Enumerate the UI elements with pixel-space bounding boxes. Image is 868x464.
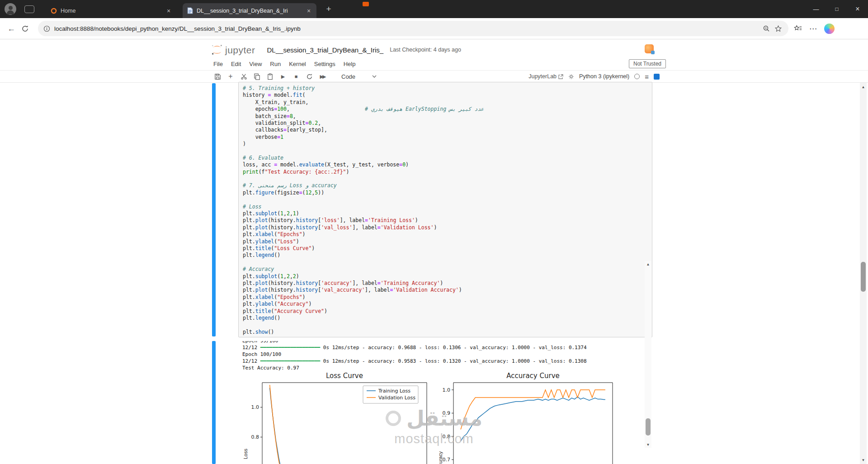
menu-edit[interactable]: Edit — [227, 61, 245, 67]
code-line — [243, 322, 650, 328]
maximize-button[interactable]: □ — [826, 0, 847, 18]
svg-text:0.8: 0.8 — [443, 434, 451, 440]
menu-help[interactable]: Help — [340, 61, 360, 67]
output-line: Epoch 99/100 — [242, 341, 652, 344]
jupyter-logo-icon — [211, 44, 223, 56]
code-line: # 7. رسم منحنى Loss و accuracy — [243, 182, 650, 189]
output-scrollbar[interactable]: ▲ ▼ — [645, 261, 651, 448]
favorite-star-icon[interactable] — [772, 23, 784, 34]
menu-settings[interactable]: Settings — [310, 61, 340, 67]
code-line: plt.ylabel("Loss") — [243, 238, 650, 245]
profile-avatar[interactable] — [5, 3, 16, 15]
back-button[interactable]: ← — [5, 22, 18, 35]
tab-home[interactable]: Home × — [46, 3, 176, 18]
site-info-icon[interactable] — [43, 25, 50, 32]
copilot-icon[interactable] — [824, 24, 835, 34]
scroll-down-icon[interactable]: ▼ — [860, 457, 867, 463]
code-line: plt.plot(history.history['accuracy'], la… — [243, 280, 650, 287]
kernel-status-icon — [634, 74, 640, 79]
trust-badge[interactable]: Not Trusted — [629, 59, 666, 68]
jupyterlab-link[interactable]: JupyterLab — [528, 73, 563, 80]
selected-cell-output-bar[interactable] — [212, 341, 216, 464]
jupyter-logo[interactable]: jupyter — [211, 44, 255, 56]
restart-kernel-button[interactable] — [304, 72, 314, 81]
page-scroll-thumb[interactable] — [861, 262, 866, 292]
more-options-icon[interactable]: ⋯ — [809, 24, 817, 33]
tab-label: Home — [61, 8, 165, 14]
scroll-down-icon[interactable]: ▼ — [645, 441, 651, 448]
code-line: # Loss — [243, 204, 650, 210]
favorites-bar-icon[interactable] — [794, 24, 802, 33]
copy-cell-button[interactable] — [252, 72, 262, 81]
notebook-toolbar: + ▶ ■ ▶▶ Code JupyterLab Python 3 (ipyke… — [0, 71, 868, 83]
code-line: plt.figure(figsize=(12,5)) — [243, 189, 650, 196]
code-line: plt.plot(history.history['val_loss'], la… — [243, 224, 650, 231]
accuracy-curve-chart: Accuracy Curve1.00.90.80.7 — [429, 371, 643, 464]
svg-text:Loss Curve: Loss Curve — [326, 372, 363, 380]
address-bar[interactable]: localhost:8888/notebooks/depi_python_ken… — [38, 21, 788, 36]
menu-kernel[interactable]: Kernel — [285, 61, 310, 67]
cut-cell-button[interactable] — [239, 72, 249, 81]
notification-indicator — [654, 74, 660, 80]
svg-text:Validation Loss: Validation Loss — [378, 395, 415, 401]
svg-text:1.0: 1.0 — [251, 404, 259, 410]
code-line: plt.subplot(1,2,1) — [243, 210, 650, 217]
refresh-button[interactable] — [18, 22, 32, 35]
code-line: loss, acc = model.evaluate(X_test, y_tes… — [243, 161, 650, 168]
jupyter-favicon — [51, 8, 57, 14]
avatar-person-icon — [9, 6, 13, 10]
code-line: plt.xlabel("Epochs") — [243, 231, 650, 238]
save-button[interactable] — [212, 72, 222, 81]
zoom-out-icon[interactable] — [760, 23, 772, 34]
scroll-up-icon[interactable]: ▲ — [860, 84, 867, 90]
add-cell-button[interactable]: + — [226, 72, 236, 81]
code-line: plt.legend() — [243, 252, 650, 259]
tab-close-icon[interactable]: × — [305, 7, 313, 15]
loss-curve-chart: Loss Curve1.00.8Training LossValidation … — [240, 371, 458, 464]
svg-text:Training Loss: Training Loss — [378, 388, 410, 394]
menu-view[interactable]: View — [245, 61, 266, 67]
menu-bar-items: FileEditViewRunKernelSettingsHelp — [209, 61, 359, 67]
new-tab-button[interactable]: + — [323, 3, 335, 15]
browser-titlebar: Home × DL__session_3_trial_DryBean_&_Iri… — [0, 0, 868, 18]
output-scroll-thumb[interactable] — [646, 418, 651, 436]
code-line: callbacks=[early_stop], — [243, 127, 650, 133]
stop-kernel-button[interactable]: ■ — [291, 72, 301, 81]
restart-run-all-button[interactable]: ▶▶ — [317, 72, 327, 81]
code-line: # 5. Training + history — [243, 85, 650, 92]
page-scrollbar[interactable]: ▲ ▼ — [860, 83, 867, 464]
notebook-title[interactable]: DL__session_3_trial_DryBean_&_Iris_ — [267, 46, 384, 54]
scroll-up-icon[interactable]: ▲ — [645, 261, 651, 267]
recording-indicator — [363, 2, 369, 6]
cell-type-dropdown[interactable]: Code — [341, 73, 377, 80]
kernel-menu-icon[interactable]: ≡ — [645, 73, 649, 80]
code-editor[interactable]: # 5. Training + historyhistory = model.f… — [238, 82, 652, 337]
tab-close-icon[interactable]: × — [165, 7, 173, 15]
selected-cell-bar[interactable] — [212, 83, 216, 336]
run-cell-button[interactable]: ▶ — [278, 72, 288, 81]
tab-actions-icon[interactable] — [24, 5, 34, 13]
paste-cell-button[interactable] — [265, 72, 275, 81]
header-widget-icon[interactable] — [645, 44, 654, 53]
cell-type-value: Code — [341, 73, 355, 80]
chart-ylabel: Loss — [243, 449, 248, 459]
code-line: plt.ylabel("Accuracy") — [243, 301, 650, 308]
minimize-button[interactable]: — — [806, 0, 826, 18]
progress-bar: ━━━━━━━━━━━━━━━━━━━━ — [260, 358, 320, 364]
menu-file[interactable]: File — [209, 61, 227, 67]
close-button[interactable]: × — [847, 0, 868, 18]
output-line: 12/12 ━━━━━━━━━━━━━━━━━━━━ 0s 12ms/step … — [242, 358, 652, 365]
code-line: plt.plot(history.history['loss'], label=… — [243, 217, 650, 224]
browser-navbar: ← localhost:8888/notebooks/depi_python_k… — [0, 18, 868, 39]
code-line: batch_size=8, — [243, 113, 650, 120]
menu-bar: FileEditViewRunKernelSettingsHelp Not Tr… — [0, 58, 868, 71]
code-line: history = model.fit( — [243, 92, 650, 99]
tab-notebook[interactable]: DL__session_3_trial_DryBean_&_Iri × — [183, 3, 316, 18]
code-line — [243, 148, 650, 155]
url-field[interactable]: localhost:8888/notebooks/depi_python_ken… — [54, 25, 760, 32]
kernel-name[interactable]: Python 3 (ipykernel) — [579, 73, 629, 80]
menu-run[interactable]: Run — [266, 61, 285, 67]
jupyter-brand-text: jupyter — [225, 45, 255, 56]
svg-text:Accuracy Curve: Accuracy Curve — [506, 372, 560, 380]
settings-gear-icon[interactable] — [568, 74, 574, 80]
